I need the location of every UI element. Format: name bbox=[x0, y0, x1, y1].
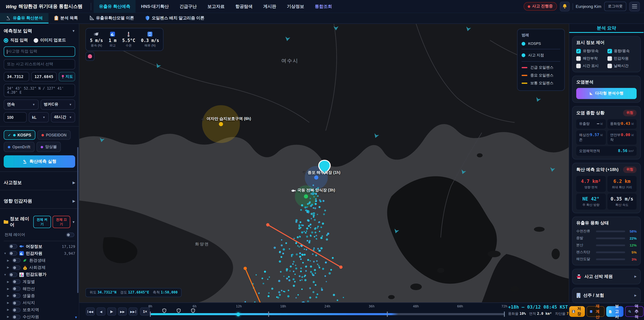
radio-direct-input[interactable]: 직접 입력 bbox=[4, 38, 28, 43]
master-layer-toggle[interactable] bbox=[66, 233, 74, 237]
play-button[interactable]: ▶ bbox=[107, 307, 116, 316]
nav-item-기상정보[interactable]: 기상정보 bbox=[282, 0, 310, 13]
top-navbar: Wing 해양환경 위기대응 통합시스템 유출유 확산예측HNS·대기확산긴급구… bbox=[0, 0, 644, 13]
owner-insurance-card[interactable]: 선주 / 보험 ▶ bbox=[572, 288, 641, 303]
nav-item-게시판[interactable]: 게시판 bbox=[258, 0, 282, 13]
nav-right-cluster: 사고 진행중 Eunjeong Kim 로그아웃 bbox=[524, 2, 644, 12]
tree-expand-icon[interactable] bbox=[4, 245, 7, 248]
checkbox-유향/유속[interactable]: ✓유향/유속 bbox=[576, 49, 606, 54]
layer-toggle[interactable] bbox=[12, 301, 20, 305]
oil-particle bbox=[284, 291, 285, 292]
layer-toggle[interactable] bbox=[12, 258, 20, 263]
pollution-analysis-card: 오염분석 다각형 분석수행 bbox=[572, 76, 641, 103]
tab-유출유확산모델 이론[interactable]: 유출유확산모델 이론 bbox=[84, 13, 140, 23]
amount-input[interactable]: 100 bbox=[4, 112, 27, 123]
accident-name-input[interactable]: 사고명 직접 입력 bbox=[4, 47, 75, 57]
run-prediction-button[interactable]: 확산예측 실행 bbox=[4, 155, 75, 168]
layer-toggle[interactable] bbox=[12, 315, 20, 319]
tree-expand-icon[interactable]: ▶ bbox=[7, 294, 10, 297]
accident-info-section[interactable]: 사고정보▶ bbox=[4, 176, 75, 190]
oil-particle bbox=[306, 249, 307, 250]
checkbox-민감자원[interactable]: 민감자원 bbox=[607, 56, 636, 61]
fence-deploy-shield-icon[interactable] bbox=[191, 307, 196, 315]
tab-유출유 확산분석[interactable]: 유출유 확산분석 bbox=[0, 13, 48, 23]
playback-speed-button[interactable]: 1× bbox=[140, 307, 150, 316]
fast-forward-button[interactable]: ▶▶ bbox=[118, 307, 127, 316]
tree-expand-icon[interactable]: ▶ bbox=[7, 301, 10, 304]
accident-list-select[interactable]: 또는 사고 리스트에서 선택 bbox=[4, 59, 75, 70]
sidebar-scrollbar[interactable] bbox=[77, 147, 78, 293]
nav-item-긴급구난[interactable]: 긴급구난 bbox=[174, 0, 202, 13]
model-chip-KOSPS[interactable]: ✓KOSPS bbox=[4, 130, 35, 140]
checkbox-날짜시간[interactable]: 날짜시간 bbox=[607, 63, 636, 69]
tab-오일펜스 배치 알고리즘 이론[interactable]: 오일펜스 배치 알고리즘 이론 bbox=[140, 13, 210, 23]
impact-resources-section[interactable]: 영향 민감자원▶ bbox=[4, 194, 75, 208]
layer-toggle[interactable] bbox=[9, 251, 17, 256]
oil-particle bbox=[281, 244, 283, 246]
nav-item-통합조회[interactable]: 통합조회 bbox=[310, 0, 338, 13]
all-layers-on-button[interactable]: 전체 켜기 bbox=[33, 216, 51, 228]
skip-end-button[interactable]: ▶▶ bbox=[129, 307, 138, 316]
octopus-icon bbox=[88, 54, 92, 58]
tree-expand-icon[interactable]: ▶ bbox=[7, 287, 10, 290]
tree-expand-icon[interactable]: ▶ bbox=[7, 315, 10, 319]
tree-expand-icon[interactable]: ▶ bbox=[7, 266, 10, 269]
all-layers-off-button[interactable]: 전체 끄기 bbox=[52, 216, 70, 228]
oil-particle bbox=[316, 200, 317, 201]
oil-particle bbox=[326, 238, 328, 240]
longitude-input[interactable]: 127.6845 bbox=[31, 72, 57, 81]
model-chip-OpenDrift[interactable]: OpenDrift bbox=[4, 142, 34, 152]
nav-item-보고자료[interactable]: 보고자료 bbox=[202, 0, 230, 13]
step-back-button[interactable]: ◀ bbox=[96, 307, 106, 316]
timeline-label-48h: 48h bbox=[413, 304, 419, 308]
map-canvas[interactable]: 5 m/s풍속 (N)1 m파고5.5°C수온0.3 m/s해류 (N) 범례 … bbox=[79, 24, 569, 302]
layer-toggle[interactable] bbox=[12, 308, 20, 312]
tab-분석 목록[interactable]: 분석 목록 bbox=[48, 13, 84, 23]
layer-toggle[interactable] bbox=[12, 279, 20, 284]
nav-divider bbox=[91, 3, 91, 10]
polygon-analysis-button[interactable]: 다각형 분석수행 bbox=[576, 88, 636, 99]
tree-expand-icon[interactable]: ▼ bbox=[4, 273, 7, 276]
pick-on-map-button[interactable]: 지도 bbox=[59, 72, 75, 81]
notifications-button[interactable] bbox=[560, 2, 570, 12]
prediction-input-header[interactable]: 예측정보 입력 ▼ bbox=[4, 28, 75, 34]
model-chip-앙상블[interactable]: 앙상블 bbox=[36, 142, 61, 152]
ship-spec-card[interactable]: 사고 선박 제원 ▶ bbox=[572, 269, 641, 284]
hamburger-menu-button[interactable] bbox=[629, 2, 640, 12]
layer-toggle[interactable] bbox=[12, 265, 20, 270]
unit-select[interactable]: kL▼ bbox=[29, 112, 49, 123]
action-button-재계산[interactable]: 재계산 bbox=[586, 306, 605, 317]
tree-expand-icon[interactable]: ▶ bbox=[7, 308, 10, 311]
oil-type-select[interactable]: 벙커C유▼ bbox=[40, 100, 75, 110]
checkbox-풍향/풍속[interactable]: ✓풍향/풍속 bbox=[607, 49, 636, 54]
latitude-input[interactable]: 34.7312 bbox=[4, 72, 29, 81]
layer-toggle[interactable] bbox=[12, 294, 20, 298]
nav-item-유출유 확산예측[interactable]: 유출유 확산예측 bbox=[94, 0, 136, 13]
action-button-역추적[interactable]: 역추적 bbox=[625, 306, 644, 317]
fence-deploy-shield-icon[interactable] bbox=[162, 307, 166, 315]
action-button-보고서[interactable]: 보고서 bbox=[606, 306, 624, 317]
fence-deploy-shield-icon[interactable] bbox=[176, 307, 181, 315]
timeline-track[interactable] bbox=[150, 313, 504, 315]
action-button-저장[interactable]: 저장 bbox=[569, 306, 585, 317]
checkbox-해안부착[interactable]: 해안부착 bbox=[576, 56, 606, 61]
map-tool-button[interactable] bbox=[85, 52, 94, 61]
logout-button[interactable]: 로그아웃 bbox=[604, 2, 626, 11]
tree-expand-icon[interactable]: ▼ bbox=[4, 252, 7, 255]
skip-start-button[interactable]: ◀◀ bbox=[86, 307, 95, 316]
layer-toggle[interactable] bbox=[9, 272, 17, 277]
radio-image-upload[interactable]: 이미지 업로드 bbox=[34, 38, 66, 43]
checkbox-시간 표시[interactable]: 시간 표시 bbox=[576, 63, 606, 69]
duration-select[interactable]: 48시간▼ bbox=[51, 112, 75, 123]
tree-expand-icon[interactable]: ▶ bbox=[7, 259, 10, 262]
chevron-right-icon: ▶ bbox=[72, 199, 75, 203]
nav-item-HNS·대기확산[interactable]: HNS·대기확산 bbox=[136, 0, 174, 13]
model-chip-POSEIDON[interactable]: POSEIDON bbox=[37, 130, 70, 140]
nav-item-항공탐색[interactable]: 항공탐색 bbox=[230, 0, 258, 13]
layer-toggle[interactable] bbox=[12, 286, 20, 291]
timeline-thumb[interactable] bbox=[236, 312, 240, 316]
spill-type-select[interactable]: 연속▼ bbox=[4, 100, 38, 110]
tree-expand-icon[interactable]: ▶ bbox=[7, 280, 10, 283]
layer-toggle[interactable] bbox=[9, 244, 17, 249]
incident-badge-label: 사고 진행중 bbox=[532, 4, 553, 9]
